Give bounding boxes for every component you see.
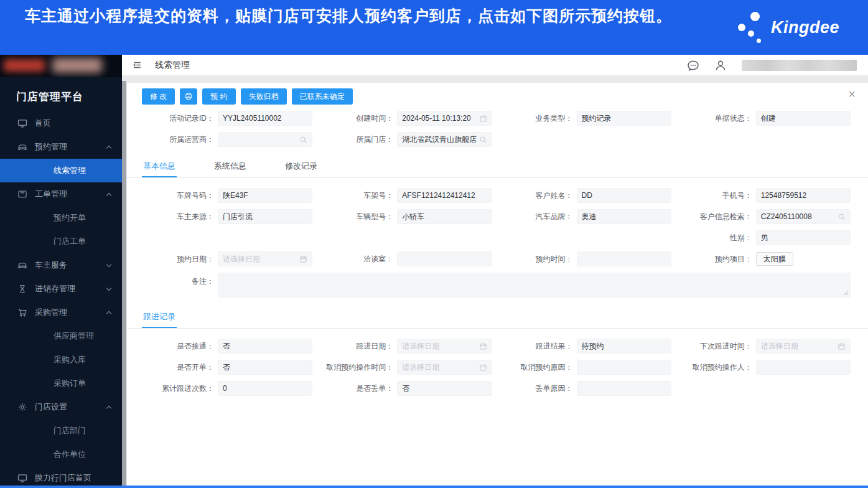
lost-reason-input[interactable]	[577, 381, 671, 396]
tab-modify-log[interactable]: 修改记录	[284, 155, 319, 177]
cancel-operator-input[interactable]	[756, 360, 851, 375]
sidebar-item-store-settings[interactable]: 门店设置	[0, 395, 122, 419]
followup-tabs: 跟进记录	[127, 306, 868, 329]
user-name-redacted[interactable]	[742, 60, 857, 71]
sidebar-item-purchase-inbound[interactable]: 采购入库	[0, 348, 122, 372]
resize-handle-icon[interactable]	[843, 290, 849, 296]
car-icon	[17, 142, 27, 152]
field-customer-search: 客户信息检索： CZ2405110008	[679, 209, 851, 224]
customer-search-input[interactable]: CZ2405110008	[756, 209, 851, 224]
remark-textarea[interactable]	[218, 273, 851, 298]
customer-name-input[interactable]: DD	[577, 188, 671, 203]
field-appt-date: 预约日期： 请选择日期	[141, 251, 312, 266]
activity-id-input[interactable]: YYJL2405110002	[218, 111, 312, 126]
sidebar-item-home[interactable]: 首页	[0, 111, 122, 135]
field-follow-result: 跟进结果： 待预约	[500, 339, 671, 354]
field-customer-name: 客户姓名： DD	[500, 188, 671, 203]
tab-basic-info[interactable]: 基本信息	[142, 155, 177, 177]
field-vehicle-model: 车辆型号： 小轿车	[320, 209, 492, 224]
tab-followup-record[interactable]: 跟进记录	[142, 306, 177, 328]
vin-input[interactable]: AFSF1212412412412	[397, 188, 492, 203]
fail-archive-button[interactable]: 失败归档	[241, 88, 287, 105]
field-label: 洽谈室：	[320, 254, 393, 265]
store-input[interactable]: 湖北省武汉青山旗舰店	[397, 132, 492, 147]
search-icon	[479, 136, 487, 144]
close-icon[interactable]: ×	[848, 88, 856, 100]
chevron-down-icon	[106, 261, 111, 266]
appt-time-input[interactable]	[577, 251, 671, 266]
connected-input[interactable]: 否	[218, 339, 312, 354]
chevron-up-icon	[106, 406, 111, 411]
sidebar-scrollbar[interactable]	[122, 81, 126, 486]
car-icon	[17, 260, 27, 270]
field-lost: 是否丢单： 否	[320, 381, 492, 396]
field-label: 取消预约操作时间：	[320, 362, 393, 373]
sidebar-item-lead-mgmt[interactable]: 线索管理	[0, 159, 122, 182]
sidebar-item-workorder-mgmt[interactable]: 工单管理	[0, 182, 122, 206]
biz-type-input[interactable]: 预约记录	[577, 111, 671, 126]
field-label: 下次跟进时间：	[679, 341, 752, 352]
operator-input[interactable]	[218, 132, 312, 147]
cancel-reason-input[interactable]	[577, 360, 671, 375]
follow-result-input[interactable]: 待预约	[577, 339, 671, 354]
bottom-accent-line	[0, 486, 868, 488]
sidebar-item-appointment-mgmt[interactable]: 预约管理	[0, 135, 122, 159]
follow-date-input[interactable]: 请选择日期	[397, 339, 492, 354]
sidebar-item-moli-store-home[interactable]: 膜力行门店首页	[0, 466, 122, 486]
field-follow-count: 累计跟进次数： 0	[141, 381, 312, 396]
sidebar-logo-redacted	[0, 55, 122, 77]
toolbar: 修 改 预 约 失败归档 已联系未确定	[127, 88, 868, 105]
sidebar-nav: 首页 预约管理 线索管理 工单管理 预约开单 门店工单	[0, 111, 122, 486]
record-row-2: 所属运营商： 所属门店： 湖北省武汉青山旗舰店	[127, 132, 868, 147]
sidebar-item-partner-unit[interactable]: 合作单位	[0, 443, 122, 466]
sidebar-item-owner-service[interactable]: 车主服务	[0, 253, 122, 277]
gender-input[interactable]: 男	[756, 230, 851, 245]
appt-date-input[interactable]: 请选择日期	[218, 251, 312, 266]
doc-status-input[interactable]: 创建	[756, 111, 851, 126]
meeting-room-input[interactable]	[397, 251, 492, 266]
field-next-follow-time: 下次跟进时间： 请选择日期	[679, 339, 851, 354]
search-icon	[838, 213, 846, 221]
print-button[interactable]	[180, 88, 197, 105]
phone-input[interactable]: 12548759512	[756, 188, 851, 203]
chevron-up-icon	[106, 311, 111, 316]
sidebar-item-purchase-order[interactable]: 采购订单	[0, 372, 122, 395]
sidebar-item-store-workorder[interactable]: 门店工单	[0, 230, 122, 253]
topbar: 线索管理	[122, 55, 868, 76]
menu-fold-icon[interactable]	[132, 60, 142, 70]
next-follow-time-input[interactable]: 请选择日期	[756, 339, 851, 354]
field-lost-reason: 丢单原因：	[500, 381, 671, 396]
hourglass-icon	[17, 284, 27, 294]
billed-input[interactable]: 否	[218, 360, 312, 375]
tab-system-info[interactable]: 系统信息	[213, 155, 248, 177]
sidebar-item-purchase-mgmt[interactable]: 采购管理	[0, 301, 122, 324]
plate-number-input[interactable]: 陕E43F	[218, 188, 312, 203]
sidebar-item-appointment-billing[interactable]: 预约开单	[0, 206, 122, 230]
vehicle-model-input[interactable]: 小轿车	[397, 209, 492, 224]
contacted-unconfirmed-button[interactable]: 已联系未确定	[292, 88, 353, 105]
create-time-input[interactable]: 2024-05-11 10:13:20	[397, 111, 492, 126]
appt-item-tag[interactable]: 太阳膜	[756, 252, 793, 266]
basic-row-1: 车牌号码： 陕E43F 车架号： AFSF1212412412412 客户姓名：…	[127, 188, 868, 203]
message-icon[interactable]	[687, 59, 699, 72]
sidebar-item-store-department[interactable]: 门店部门	[0, 419, 122, 443]
calendar-icon	[479, 364, 487, 372]
lost-input[interactable]: 否	[397, 381, 492, 396]
sidebar-title: 门店管理平台	[0, 77, 122, 111]
follow-count-input[interactable]: 0	[218, 381, 312, 396]
detail-tabs: 基本信息 系统信息 修改记录	[127, 155, 868, 178]
user-icon[interactable]	[714, 59, 727, 72]
cancel-op-time-input[interactable]: 请选择日期	[397, 360, 492, 375]
kingdee-dots-icon	[736, 10, 766, 45]
owner-source-input[interactable]: 门店引流	[218, 209, 312, 224]
sidebar-item-inventory-mgmt[interactable]: 进销存管理	[0, 277, 122, 301]
field-label: 跟进结果：	[500, 341, 573, 352]
reserve-button[interactable]: 预 约	[202, 88, 235, 105]
modify-button[interactable]: 修 改	[142, 88, 175, 105]
car-brand-input[interactable]: 奥迪	[577, 209, 671, 224]
basic-row-3: 性别： 男	[127, 230, 868, 245]
field-label: 客户信息检索：	[679, 212, 752, 222]
page-title: 线索管理	[155, 60, 190, 71]
sidebar-item-supplier-mgmt[interactable]: 供应商管理	[0, 324, 122, 348]
field-vin: 车架号： AFSF1212412412412	[320, 188, 492, 203]
